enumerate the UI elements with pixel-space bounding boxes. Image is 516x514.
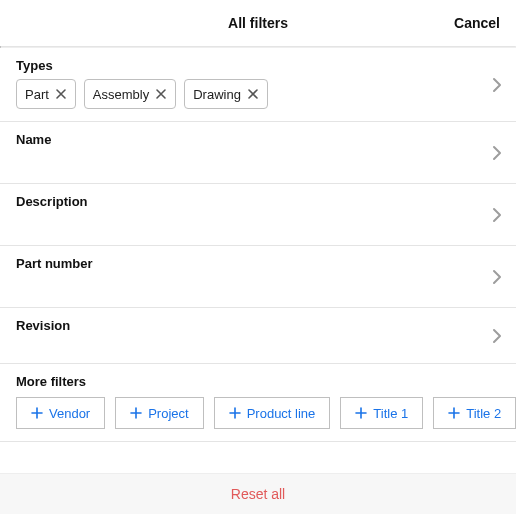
plus-icon — [355, 407, 367, 419]
plus-icon — [229, 407, 241, 419]
chip-label: Vendor — [49, 406, 90, 421]
cancel-button[interactable]: Cancel — [454, 0, 500, 46]
more-filters-section: More filters Vendor Project Product line… — [0, 364, 516, 442]
filter-section-description[interactable]: Description — [0, 184, 516, 246]
plus-icon — [130, 407, 142, 419]
chip-label: Project — [148, 406, 188, 421]
chip-label: Product line — [247, 406, 316, 421]
add-filter-title-1[interactable]: Title 1 — [340, 397, 423, 429]
filter-section-part-number[interactable]: Part number — [0, 246, 516, 308]
reset-all-label: Reset all — [231, 486, 285, 502]
section-label-revision: Revision — [16, 318, 500, 333]
chevron-right-icon[interactable] — [492, 207, 502, 223]
section-label-description: Description — [16, 194, 500, 209]
more-filters-chip-row: Vendor Project Product line Title 1 Titl… — [16, 397, 516, 429]
chip-label: Part — [25, 87, 49, 102]
type-chip-drawing[interactable]: Drawing — [184, 79, 268, 109]
add-filter-project[interactable]: Project — [115, 397, 203, 429]
remove-chip-icon[interactable] — [247, 88, 259, 100]
add-filter-title-2[interactable]: Title 2 — [433, 397, 516, 429]
chevron-right-icon[interactable] — [492, 269, 502, 285]
type-chip-part[interactable]: Part — [16, 79, 76, 109]
section-label-types: Types — [16, 58, 500, 73]
chip-label: Assembly — [93, 87, 149, 102]
filter-section-name[interactable]: Name — [0, 122, 516, 184]
chevron-right-icon[interactable] — [492, 77, 502, 93]
chip-label: Title 1 — [373, 406, 408, 421]
section-label-part-number: Part number — [16, 256, 500, 271]
chevron-right-icon[interactable] — [492, 328, 502, 344]
reset-all-button[interactable]: Reset all — [0, 473, 516, 514]
remove-chip-icon[interactable] — [155, 88, 167, 100]
header-title: All filters — [228, 15, 288, 31]
plus-icon — [31, 407, 43, 419]
filter-section-revision[interactable]: Revision — [0, 308, 516, 364]
plus-icon — [448, 407, 460, 419]
add-filter-vendor[interactable]: Vendor — [16, 397, 105, 429]
types-chip-row: Part Assembly Drawing — [16, 79, 500, 109]
chip-label: Drawing — [193, 87, 241, 102]
chevron-right-icon[interactable] — [492, 145, 502, 161]
section-label-name: Name — [16, 132, 500, 147]
type-chip-assembly[interactable]: Assembly — [84, 79, 176, 109]
header-bar: All filters Cancel — [0, 0, 516, 46]
remove-chip-icon[interactable] — [55, 88, 67, 100]
more-filters-label: More filters — [16, 374, 516, 389]
add-filter-product-line[interactable]: Product line — [214, 397, 331, 429]
chip-label: Title 2 — [466, 406, 501, 421]
filter-section-types: Types Part Assembly Drawing — [0, 48, 516, 122]
